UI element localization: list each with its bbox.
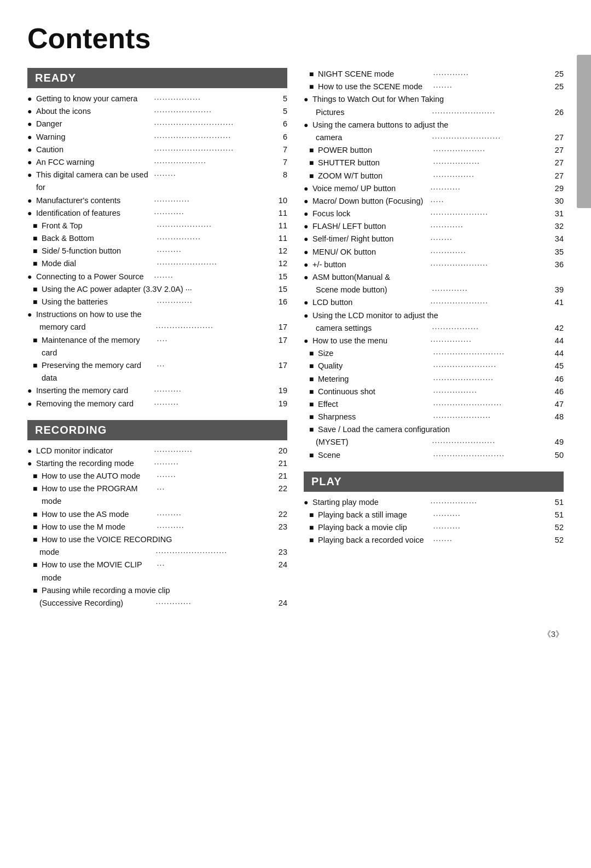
list-item: ●LCD monitor indicator··············20: [27, 445, 287, 457]
list-item: ■Sharpness·····················48: [304, 411, 564, 423]
ready-section-header: READY: [27, 68, 287, 88]
list-item: ●Danger·····························6: [27, 118, 287, 130]
list-item: ●An FCC warning···················7: [27, 156, 287, 169]
list-item: ■How to use the PROGRAM mode···22: [27, 482, 287, 508]
list-item: ●FLASH/ LEFT button············32: [304, 220, 564, 233]
right-column: ■NIGHT SCENE mode·············25 ■How to…: [304, 68, 564, 619]
list-item: ●LCD button·····················41: [304, 296, 564, 309]
list-item: ■Side/ 5-function button·········12: [27, 245, 287, 257]
list-item: ■Quality·······················45: [304, 360, 564, 372]
list-item: ■Scene··························50: [304, 449, 564, 462]
ready-list: ●Getting to know your camera············…: [27, 93, 287, 410]
list-item: ■Front & Top····················11: [27, 220, 287, 232]
list-item: (MYSET)·······················49: [304, 436, 564, 449]
list-item: ●Getting to know your camera············…: [27, 93, 287, 105]
list-item: ■Playing back a recorded voice·······52: [304, 534, 564, 547]
list-item: ■How to use the AUTO mode·······21: [27, 470, 287, 482]
left-column: READY ●Getting to know your camera······…: [27, 68, 287, 619]
list-item: ●Removing the memory card·········19: [27, 398, 287, 410]
list-item: ■How to use the MOVIE CLIP mode···24: [27, 559, 287, 584]
list-item: camera settings·················42: [304, 322, 564, 335]
list-item: ●MENU/ OK button·············35: [304, 246, 564, 258]
list-item: ■How to use the M mode··········23: [27, 521, 287, 533]
list-item: ●Connecting to a Power Source·······15: [27, 271, 287, 283]
right-tab: [577, 55, 591, 208]
list-item: ■Playing back a movie clip··········52: [304, 521, 564, 534]
list-item: ■Back & Bottom················11: [27, 232, 287, 245]
list-item: ■Pausing while recording a movie clip: [27, 584, 287, 597]
list-item: ●Manufacturer's contents·············10: [27, 194, 287, 207]
list-item: ■How to use the AS mode·········22: [27, 508, 287, 521]
list-item: ■SHUTTER button·················27: [304, 157, 564, 169]
list-item: ■How to use the SCENE mode·······25: [304, 81, 564, 93]
list-item: ●Things to Watch Out for When Taking: [304, 93, 564, 106]
recording-list: ●LCD monitor indicator··············20 ●…: [27, 445, 287, 610]
list-item: ●Using the LCD monitor to adjust the: [304, 309, 564, 322]
list-item: ●How to use the menu···············44: [304, 335, 564, 347]
list-item: ■Preserving the memory card data···17: [27, 359, 287, 384]
list-item: ●Warning····························6: [27, 131, 287, 143]
play-list: ●Starting play mode·················51 ■…: [304, 496, 564, 547]
list-item: ■Maintenance of the memory card····17: [27, 334, 287, 359]
list-item: memory card·····················17: [27, 321, 287, 334]
list-item: ●This digital camera can be used for····…: [27, 169, 287, 194]
list-item: ●Inserting the memory card··········19: [27, 384, 287, 397]
list-item: ■Save / Load the camera configuration: [304, 423, 564, 436]
list-item: ●+/- button·····················36: [304, 258, 564, 271]
right-top-list: ■NIGHT SCENE mode·············25 ■How to…: [304, 68, 564, 462]
list-item: ●About the icons·····················5: [27, 105, 287, 118]
list-item: ●Starting the recording mode·········21: [27, 457, 287, 470]
list-item: ■NIGHT SCENE mode·············25: [304, 68, 564, 81]
list-item: ■Size··························44: [304, 347, 564, 360]
list-item: ■Metering······················46: [304, 373, 564, 386]
footer-page-number: 《3》: [27, 629, 564, 640]
play-section-header: PLAY: [304, 472, 564, 492]
list-item: ●Caution·····························7: [27, 143, 287, 156]
list-item: ●Self-timer/ Right button········34: [304, 233, 564, 245]
list-item: ●Focus lock·····················31: [304, 208, 564, 220]
list-item: camera·························27: [304, 131, 564, 144]
list-item: ●ASM button(Manual &: [304, 271, 564, 284]
list-item: Scene mode button)·············39: [304, 284, 564, 296]
list-item: Pictures·······················26: [304, 106, 564, 119]
list-item: ■Mode dial······················12: [27, 257, 287, 270]
list-item: ■Using the AC power adapter (3.3V 2.0A) …: [27, 283, 287, 296]
list-item: ●Voice memo/ UP button···········29: [304, 182, 564, 195]
list-item: mode··························23: [27, 546, 287, 559]
list-item: ■POWER button···················27: [304, 144, 564, 157]
list-item: ●Starting play mode·················51: [304, 496, 564, 509]
list-item: ●Using the camera buttons to adjust the: [304, 119, 564, 131]
list-item: ■How to use the VOICE RECORDING: [27, 533, 287, 546]
list-item: ●Macro/ Down button (Focusing)·····30: [304, 195, 564, 208]
page-title: Contents: [27, 22, 564, 55]
list-item: ●Identification of features···········11: [27, 207, 287, 220]
recording-section-header: RECORDING: [27, 420, 287, 440]
list-item: ■Playing back a still image··········51: [304, 509, 564, 521]
list-item: ●Instructions on how to use the: [27, 308, 287, 321]
list-item: ■Continuous shot················46: [304, 386, 564, 398]
list-item: ■ZOOM W/T button···············27: [304, 170, 564, 182]
list-item: (Successive Recording)·············24: [27, 597, 287, 610]
list-item: ■Using the batteries·············16: [27, 296, 287, 308]
list-item: ■Effect·························47: [304, 398, 564, 411]
